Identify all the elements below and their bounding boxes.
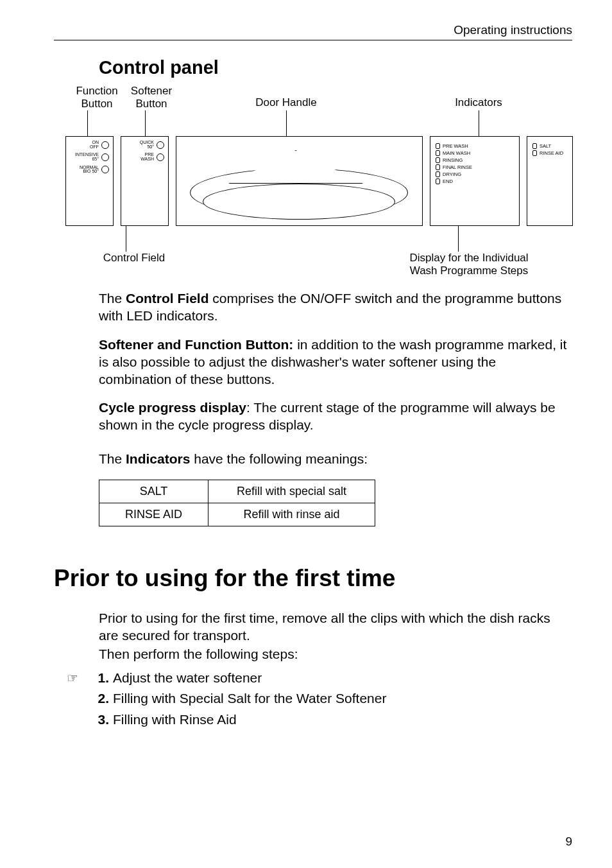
- paragraph-prior-intro2: Then perform the following steps:: [99, 646, 572, 663]
- panel-buttons-left2: QUICK50° PREWASH: [121, 136, 169, 226]
- page: Operating instructions Control panel Fun…: [0, 0, 612, 868]
- progress-step: DRYING: [436, 171, 514, 177]
- label-door-handle: Door Handle: [248, 96, 325, 109]
- led-icon: [101, 141, 109, 149]
- leader-line: [126, 226, 126, 252]
- progress-step: FINAL RINSE: [436, 164, 514, 170]
- panel-button: QUICK50°: [124, 141, 164, 149]
- running-header: Operating instructions: [54, 23, 572, 37]
- led-icon: [436, 157, 440, 163]
- step-item: 2. Filling with Special Salt for the Wat…: [67, 689, 572, 708]
- indicators-table: SALT Refill with special salt RINSE AID …: [99, 480, 375, 526]
- label-softener-button: Softener Button: [123, 85, 180, 110]
- led-icon: [436, 164, 440, 170]
- panel-button: NORMALBIO 50°: [69, 166, 109, 174]
- led-icon: [101, 153, 109, 161]
- led-icon: [101, 166, 109, 173]
- label-function-button: Function Button: [68, 85, 126, 110]
- led-icon: [532, 150, 537, 156]
- led-icon: [436, 150, 440, 156]
- step-number: 2.: [92, 689, 109, 708]
- table-row: RINSE AID Refill with rinse aid: [99, 503, 375, 526]
- steps-list: ☞ 1. Adjust the water softener 2. Fillin…: [67, 668, 572, 729]
- led-icon: [436, 171, 440, 177]
- indicator-led: SALT: [532, 143, 568, 149]
- progress-step: PRE WASH: [436, 143, 514, 149]
- indicator-led: RINSE AID: [532, 150, 568, 156]
- page-number: 9: [565, 835, 572, 849]
- label-indicators: Indicators: [440, 96, 517, 109]
- step-text: Filling with Rinse Aid: [113, 710, 572, 729]
- control-panel-diagram: Function Button Softener Button Door Han…: [62, 85, 572, 284]
- door-handle-inner: [203, 184, 395, 220]
- progress-step: RINSING: [436, 157, 514, 163]
- indicator-name: SALT: [99, 480, 208, 503]
- step-number: 3.: [92, 710, 109, 729]
- label-display-programme: Display for the Individual Wash Programm…: [395, 252, 543, 277]
- led-icon: [157, 141, 164, 149]
- panel-button: INTENSIVE65°: [69, 153, 109, 161]
- panel-indicators: SALT RINSE AID: [527, 136, 573, 226]
- progress-step: MAIN WASH: [436, 150, 514, 156]
- pointing-hand-icon: ☞: [67, 669, 92, 688]
- panel-button: ONOFF: [69, 141, 109, 149]
- label-control-field: Control Field: [92, 252, 176, 265]
- paragraph-control-field: The Control Field comprises the ON/OFF s…: [99, 290, 572, 325]
- section-title-control-panel: Control panel: [99, 57, 572, 78]
- led-icon: [436, 178, 440, 184]
- indicator-name: RINSE AID: [99, 503, 208, 526]
- panel-button: PREWASH: [124, 153, 164, 161]
- panel-progress-display: PRE WASH MAIN WASH RINSING FINAL RINSE D…: [430, 136, 520, 226]
- indicator-meaning: Refill with special salt: [208, 480, 375, 503]
- heading-prior-to-using: Prior to using for the first time: [54, 565, 572, 592]
- step-item: ☞ 1. Adjust the water softener: [67, 668, 572, 688]
- paragraph-indicators-intro: The Indicators have the following meanin…: [99, 451, 572, 468]
- panel-buttons-left: ONOFF INTENSIVE65° NORMALBIO 50°: [65, 136, 114, 226]
- led-icon: [532, 143, 537, 149]
- progress-step: END: [436, 178, 514, 184]
- paragraph-cycle-progress: Cycle progress display: The current stag…: [99, 399, 572, 434]
- step-text: Filling with Special Salt for the Water …: [113, 689, 572, 708]
- step-item: 3. Filling with Rinse Aid: [67, 710, 572, 729]
- header-rule: [54, 40, 572, 40]
- led-icon: [436, 143, 440, 149]
- led-icon: [157, 153, 164, 161]
- table-row: SALT Refill with special salt: [99, 480, 375, 503]
- step-text: Adjust the water softener: [113, 668, 572, 688]
- paragraph-softener-function: Softener and Function Button: in additio…: [99, 336, 572, 388]
- leader-line: [458, 226, 459, 252]
- step-number: 1.: [92, 668, 109, 688]
- indicator-meaning: Refill with rinse aid: [208, 503, 375, 526]
- paragraph-prior-intro1: Prior to using for the first time, remov…: [99, 610, 572, 645]
